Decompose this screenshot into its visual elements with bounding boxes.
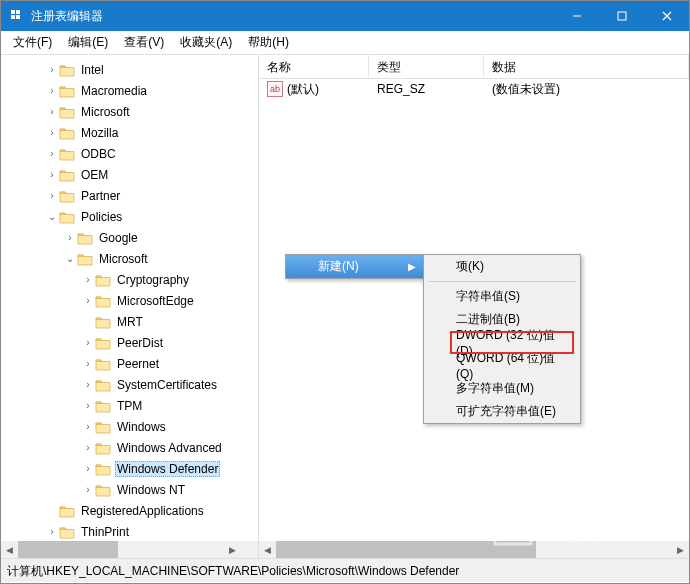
- tree-scrollbar-horizontal[interactable]: ◀ ▶: [1, 541, 241, 558]
- submenu-expand[interactable]: 可扩充字符串值(E): [424, 400, 580, 423]
- tree-item-label: PeerDist: [115, 335, 165, 351]
- svg-rect-0: [11, 10, 15, 14]
- value-type: REG_SZ: [369, 82, 484, 96]
- close-button[interactable]: [644, 1, 689, 31]
- tree-item-label: ODBC: [79, 146, 118, 162]
- chevron-right-icon[interactable]: ›: [45, 85, 59, 96]
- window-title: 注册表编辑器: [31, 8, 554, 25]
- col-data[interactable]: 数据: [484, 55, 689, 78]
- col-name[interactable]: 名称: [259, 55, 369, 78]
- folder-icon: [59, 105, 75, 119]
- app-icon: [9, 8, 25, 24]
- chevron-right-icon[interactable]: ›: [81, 379, 95, 390]
- menu-file[interactable]: 文件(F): [5, 32, 60, 53]
- svg-rect-2: [11, 15, 15, 19]
- chevron-right-icon[interactable]: ›: [81, 358, 95, 369]
- context-submenu: 项(K) 字符串值(S) 二进制值(B) DWORD (32 位)值(D) QW…: [423, 254, 581, 424]
- folder-icon: [95, 441, 111, 455]
- chevron-right-icon[interactable]: ›: [81, 337, 95, 348]
- tree-item[interactable]: ›OEM: [1, 164, 258, 185]
- folder-icon: [59, 525, 75, 539]
- tree-item[interactable]: ›Microsoft: [1, 101, 258, 122]
- chevron-right-icon[interactable]: ›: [81, 442, 95, 453]
- folder-icon: [59, 168, 75, 182]
- folder-icon: [77, 252, 93, 266]
- folder-icon: [95, 273, 111, 287]
- menu-favorites[interactable]: 收藏夹(A): [172, 32, 240, 53]
- tree-item[interactable]: ›Peernet: [1, 353, 258, 374]
- list-scrollbar-horizontal[interactable]: ◀ ▶: [259, 541, 689, 558]
- maximize-button[interactable]: [599, 1, 644, 31]
- scroll-thumb[interactable]: [18, 541, 118, 558]
- folder-icon: [95, 315, 111, 329]
- folder-icon: [59, 84, 75, 98]
- tree-item[interactable]: ›Intel: [1, 59, 258, 80]
- chevron-right-icon[interactable]: ›: [63, 232, 77, 243]
- tree-item[interactable]: ›Windows: [1, 416, 258, 437]
- tree-item[interactable]: MRT: [1, 311, 258, 332]
- submenu-string[interactable]: 字符串值(S): [424, 285, 580, 308]
- tree-item[interactable]: ›Macromedia: [1, 80, 258, 101]
- chevron-right-icon[interactable]: ›: [45, 64, 59, 75]
- tree-item[interactable]: ›TPM: [1, 395, 258, 416]
- scroll-left-icon[interactable]: ◀: [1, 541, 18, 558]
- scroll-thumb[interactable]: [276, 541, 536, 558]
- col-type[interactable]: 类型: [369, 55, 484, 78]
- tree-item[interactable]: ›MicrosoftEdge: [1, 290, 258, 311]
- chevron-right-icon[interactable]: ›: [81, 484, 95, 495]
- menu-edit[interactable]: 编辑(E): [60, 32, 116, 53]
- tree-item[interactable]: ›Partner: [1, 185, 258, 206]
- tree-item[interactable]: ⌄Policies: [1, 206, 258, 227]
- chevron-right-icon[interactable]: ›: [81, 463, 95, 474]
- list-row[interactable]: ab (默认) REG_SZ (数值未设置): [259, 79, 689, 99]
- tree-item[interactable]: ›Cryptography: [1, 269, 258, 290]
- tree-item-label: Partner: [79, 188, 122, 204]
- chevron-right-icon[interactable]: ›: [45, 148, 59, 159]
- minimize-button[interactable]: [554, 1, 599, 31]
- tree-item-label: RegisteredApplications: [79, 503, 206, 519]
- tree-item[interactable]: ›Windows NT: [1, 479, 258, 500]
- scroll-left-icon[interactable]: ◀: [259, 541, 276, 558]
- tree-item-label: Mozilla: [79, 125, 120, 141]
- chevron-right-icon[interactable]: ›: [45, 106, 59, 117]
- list-pane: 名称 类型 数据 ab (默认) REG_SZ (数值未设置) 新建(N) ▶ …: [259, 55, 689, 558]
- tree-item[interactable]: ›Google: [1, 227, 258, 248]
- submenu-arrow-icon: ▶: [408, 261, 416, 272]
- tree-item[interactable]: ›ODBC: [1, 143, 258, 164]
- scroll-corner: [241, 541, 258, 558]
- chevron-right-icon[interactable]: ›: [81, 421, 95, 432]
- menubar: 文件(F) 编辑(E) 查看(V) 收藏夹(A) 帮助(H): [1, 31, 689, 55]
- folder-icon: [59, 210, 75, 224]
- tree-item[interactable]: ›ThinPrint: [1, 521, 258, 542]
- list-header: 名称 类型 数据: [259, 55, 689, 79]
- chevron-right-icon[interactable]: ›: [81, 295, 95, 306]
- tree-item[interactable]: ›Windows Advanced: [1, 437, 258, 458]
- scroll-right-icon[interactable]: ▶: [224, 541, 241, 558]
- chevron-down-icon[interactable]: ⌄: [45, 211, 59, 222]
- tree-item[interactable]: ⌄Microsoft: [1, 248, 258, 269]
- string-value-icon: ab: [267, 81, 283, 97]
- chevron-right-icon[interactable]: ›: [81, 400, 95, 411]
- tree-item-label: Macromedia: [79, 83, 149, 99]
- tree-item[interactable]: ›Windows Defender: [1, 458, 258, 479]
- chevron-right-icon[interactable]: ›: [45, 526, 59, 537]
- tree-item[interactable]: ›Mozilla: [1, 122, 258, 143]
- folder-icon: [95, 378, 111, 392]
- scroll-right-icon[interactable]: ▶: [672, 541, 689, 558]
- folder-icon: [95, 336, 111, 350]
- chevron-right-icon[interactable]: ›: [45, 169, 59, 180]
- submenu-key[interactable]: 项(K): [424, 255, 580, 278]
- tree-item-label: Microsoft: [79, 104, 132, 120]
- chevron-down-icon[interactable]: ⌄: [63, 253, 77, 264]
- chevron-right-icon[interactable]: ›: [81, 274, 95, 285]
- chevron-right-icon[interactable]: ›: [45, 190, 59, 201]
- tree-item[interactable]: RegisteredApplications: [1, 500, 258, 521]
- tree-item[interactable]: ›SystemCertificates: [1, 374, 258, 395]
- menu-view[interactable]: 查看(V): [116, 32, 172, 53]
- context-new[interactable]: 新建(N) ▶: [286, 255, 424, 278]
- tree-item[interactable]: ›PeerDist: [1, 332, 258, 353]
- chevron-right-icon[interactable]: ›: [45, 127, 59, 138]
- folder-icon: [77, 231, 93, 245]
- menu-help[interactable]: 帮助(H): [240, 32, 297, 53]
- submenu-dword[interactable]: DWORD (32 位)值(D): [424, 331, 580, 354]
